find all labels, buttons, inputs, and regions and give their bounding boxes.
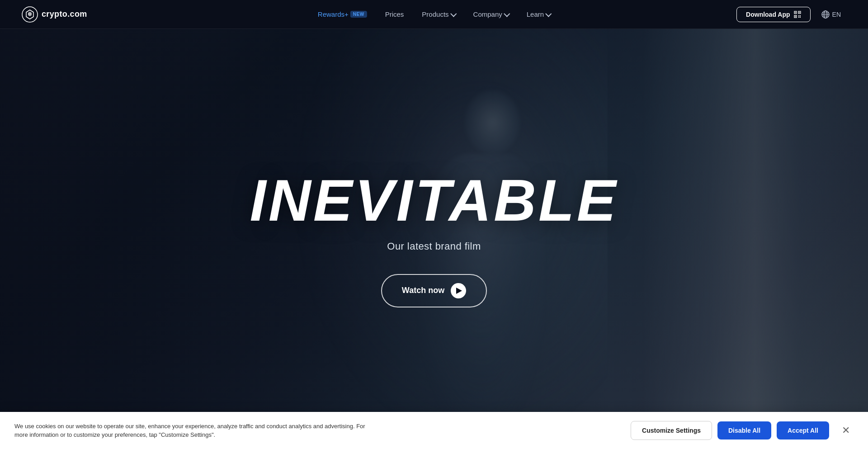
cookie-actions: Customize Settings Disable All Accept Al… (631, 421, 854, 440)
navbar-actions: Download App EN (736, 7, 846, 22)
learn-chevron-icon (545, 10, 552, 17)
customize-settings-button[interactable]: Customize Settings (631, 421, 712, 440)
globe-icon (821, 10, 830, 19)
navbar-logo-area: crypto.com (22, 6, 87, 23)
brand-logo-icon (22, 6, 38, 23)
navbar: crypto.com Rewards+ NEW Prices Products … (0, 0, 868, 29)
hero-subtitle: Our latest brand film (387, 241, 481, 252)
products-chevron-icon (450, 10, 457, 17)
play-icon (451, 283, 466, 298)
svg-rect-10 (800, 17, 801, 18)
svg-rect-2 (795, 12, 796, 13)
watch-now-button[interactable]: Watch now (381, 274, 487, 307)
nav-item-prices[interactable]: Prices (378, 7, 411, 22)
play-triangle (456, 288, 462, 294)
rewards-new-badge: NEW (350, 11, 367, 18)
company-chevron-icon (504, 10, 510, 17)
cookie-close-button[interactable]: ✕ (838, 423, 854, 438)
nav-item-company[interactable]: Company (466, 7, 516, 22)
svg-rect-4 (799, 12, 800, 13)
hero-content: INEVITABLE Our latest brand film Watch n… (0, 0, 868, 449)
svg-rect-9 (798, 17, 799, 18)
hero-section: INEVITABLE Our latest brand film Watch n… (0, 0, 868, 449)
navbar-nav: Rewards+ NEW Prices Products Company Lea… (311, 7, 557, 22)
accept-all-button[interactable]: Accept All (777, 421, 829, 440)
qr-icon (794, 11, 801, 18)
download-app-button[interactable]: Download App (736, 7, 810, 22)
brand-logo-text: crypto.com (42, 9, 87, 19)
disable-all-button[interactable]: Disable All (717, 421, 771, 440)
svg-rect-7 (798, 15, 799, 16)
svg-rect-6 (795, 16, 796, 17)
language-button[interactable]: EN (816, 7, 846, 22)
nav-item-rewards[interactable]: Rewards+ NEW (311, 7, 374, 22)
cookie-text: We use cookies on our website to operate… (14, 422, 376, 440)
hero-title: INEVITABLE (250, 171, 618, 230)
svg-rect-8 (800, 15, 801, 16)
cookie-banner: We use cookies on our website to operate… (0, 412, 868, 449)
nav-item-products[interactable]: Products (415, 7, 462, 22)
nav-item-learn[interactable]: Learn (519, 7, 557, 22)
